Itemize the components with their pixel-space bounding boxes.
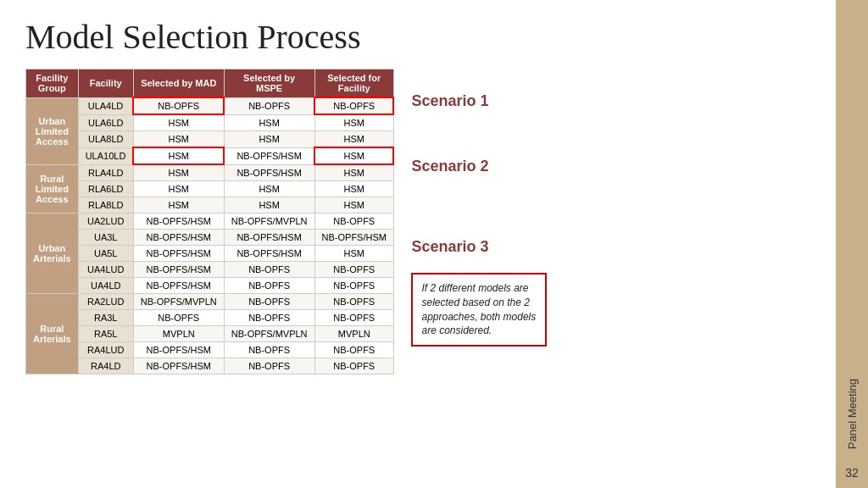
mspe-cell: NB-OPFS/MVPLN <box>224 214 314 230</box>
col-header-facility-sel: Selected forFacility <box>314 69 393 98</box>
right-sidebar: Panel Meeting 32 <box>836 0 868 488</box>
mad-cell: NB-OPFS <box>133 310 224 326</box>
facility-cell: UA3L <box>78 230 133 246</box>
mad-cell: NB-OPFS/HSM <box>133 358 224 374</box>
mspe-cell: NB-OPFS/HSM <box>224 164 314 181</box>
facility-cell: RLA8LD <box>78 197 133 214</box>
main-content: Model Selection Process FacilityGroup Fa… <box>0 0 836 488</box>
scenario-2-label: Scenario 2 <box>411 158 547 175</box>
facility-sel-cell: HSM <box>314 147 393 164</box>
mspe-cell: NB-OPFS/MVPLN <box>224 326 314 342</box>
facility-sel-cell: NB-OPFS <box>314 310 393 326</box>
col-header-group: FacilityGroup <box>26 69 79 98</box>
facility-cell: RLA4LD <box>78 164 133 181</box>
facility-sel-cell: HSM <box>314 197 393 214</box>
mad-cell: MVPLN <box>133 326 224 342</box>
facility-sel-cell: NB-OPFS <box>314 358 393 374</box>
mad-cell: HSM <box>133 114 224 131</box>
facility-sel-cell: MVPLN <box>314 326 393 342</box>
mad-cell: HSM <box>133 181 224 197</box>
model-selection-table: FacilityGroup Facility Selected by MAD S… <box>25 69 394 374</box>
mad-cell: NB-OPFS/HSM <box>133 262 224 278</box>
mspe-cell: NB-OPFS <box>224 278 314 294</box>
mspe-cell: NB-OPFS/HSM <box>224 246 314 262</box>
facility-sel-cell: HSM <box>314 114 393 131</box>
scenario-3-label: Scenario 3 <box>411 238 547 256</box>
mspe-cell: NB-OPFS <box>224 358 314 374</box>
mad-cell: NB-OPFS/HSM <box>133 214 224 230</box>
facility-sel-cell: HSM <box>314 131 393 148</box>
mad-cell: HSM <box>133 131 224 148</box>
mad-cell: NB-OPFS <box>133 97 224 114</box>
sidebar-panel-label: Panel Meeting <box>846 379 859 449</box>
mad-cell: HSM <box>133 197 224 214</box>
facility-cell: RA3L <box>78 310 133 326</box>
content-area: FacilityGroup Facility Selected by MAD S… <box>25 69 810 374</box>
mspe-cell: NB-OPFS/HSM <box>224 230 314 246</box>
facility-cell: ULA6LD <box>78 114 133 131</box>
mad-cell: HSM <box>133 164 224 181</box>
col-header-mad: Selected by MAD <box>133 69 224 98</box>
mspe-cell: NB-OPFS <box>224 262 314 278</box>
mspe-cell: HSM <box>224 181 314 197</box>
facility-sel-cell: NB-OPFS <box>314 262 393 278</box>
mad-cell: NB-OPFS/HSM <box>133 278 224 294</box>
mspe-cell: HSM <box>224 197 314 214</box>
mad-cell: NB-OPFS/HSM <box>133 230 224 246</box>
facility-sel-cell: NB-OPFS <box>314 342 393 358</box>
facility-cell: UA4LUD <box>78 262 133 278</box>
scenario-1-label: Scenario 1 <box>411 92 547 110</box>
col-header-mspe: Selected byMSPE <box>224 69 314 98</box>
facility-sel-cell: NB-OPFS/HSM <box>314 230 393 246</box>
col-header-facility: Facility <box>78 69 133 98</box>
facility-cell: RLA6LD <box>78 181 133 197</box>
facility-cell: RA5L <box>78 326 133 342</box>
group-cell: RuralArterials <box>26 294 79 374</box>
facility-sel-cell: NB-OPFS <box>314 294 393 310</box>
facility-cell: UA2LUD <box>78 214 133 230</box>
mspe-cell: NB-OPFS <box>224 97 314 114</box>
mspe-cell: NB-OPFS <box>224 294 314 310</box>
facility-cell: RA4LUD <box>78 342 133 358</box>
mspe-cell: HSM <box>224 114 314 131</box>
table-wrapper: FacilityGroup Facility Selected by MAD S… <box>25 69 394 374</box>
facility-cell: ULA4LD <box>78 97 133 114</box>
facility-cell: RA4LD <box>78 358 133 374</box>
facility-cell: ULA8LD <box>78 131 133 148</box>
group-cell: RuralLimitedAccess <box>26 164 79 214</box>
mad-cell: NB-OPFS/MVPLN <box>133 294 224 310</box>
mad-cell: HSM <box>133 147 224 164</box>
mad-cell: NB-OPFS/HSM <box>133 246 224 262</box>
mspe-cell: HSM <box>224 131 314 148</box>
group-cell: UrbanLimitedAccess <box>26 97 79 164</box>
facility-sel-cell: NB-OPFS <box>314 278 393 294</box>
page-number: 32 <box>845 466 859 480</box>
facility-cell: UA5L <box>78 246 133 262</box>
mad-cell: NB-OPFS/HSM <box>133 342 224 358</box>
mspe-cell: NB-OPFS <box>224 310 314 326</box>
facility-sel-cell: HSM <box>314 164 393 181</box>
info-box: If 2 different models are selected based… <box>411 273 547 347</box>
right-info: Scenario 1Scenario 2Scenario 3If 2 diffe… <box>411 69 547 347</box>
facility-sel-cell: NB-OPFS <box>314 97 393 114</box>
page-title: Model Selection Process <box>25 17 810 57</box>
facility-cell: UA4LD <box>78 278 133 294</box>
facility-cell: RA2LUD <box>78 294 133 310</box>
facility-cell: ULA10LD <box>78 147 133 164</box>
mspe-cell: NB-OPFS/HSM <box>224 147 314 164</box>
group-cell: UrbanArterials <box>26 214 79 294</box>
mspe-cell: NB-OPFS <box>224 342 314 358</box>
facility-sel-cell: HSM <box>314 246 393 262</box>
facility-sel-cell: HSM <box>314 181 393 197</box>
facility-sel-cell: NB-OPFS <box>314 214 393 230</box>
